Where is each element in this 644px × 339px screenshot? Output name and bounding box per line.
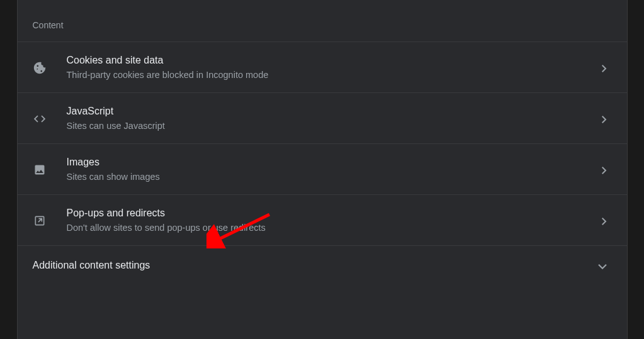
row-additional-settings[interactable]: Additional content settings (18, 245, 627, 285)
row-subtitle: Don't allow sites to send pop-ups or use… (67, 223, 602, 233)
chevron-right-icon (602, 114, 607, 122)
additional-title: Additional content settings (33, 260, 150, 271)
row-images[interactable]: Images Sites can show images (18, 143, 627, 194)
row-content: Pop-ups and redirects Don't allow sites … (67, 208, 602, 233)
row-subtitle: Third-party cookies are blocked in Incog… (67, 70, 602, 80)
row-title: JavaScript (67, 106, 602, 117)
code-icon (33, 112, 47, 126)
row-title: Pop-ups and redirects (67, 208, 602, 219)
row-content: Cookies and site data Third-party cookie… (67, 55, 602, 80)
row-title: Images (67, 157, 602, 168)
popup-icon (33, 214, 47, 228)
image-icon (33, 163, 47, 177)
row-content: Images Sites can show images (67, 157, 602, 182)
chevron-right-icon (602, 216, 607, 224)
row-subtitle: Sites can show images (67, 172, 602, 182)
row-javascript[interactable]: JavaScript Sites can use Javascript (18, 92, 627, 143)
section-label: Content (18, 0, 627, 42)
row-content: JavaScript Sites can use Javascript (67, 106, 602, 131)
chevron-right-icon (602, 64, 607, 71)
cookie-icon (33, 61, 47, 75)
settings-panel: Content Cookies and site data Third-part… (17, 0, 628, 339)
row-popups[interactable]: Pop-ups and redirects Don't allow sites … (18, 194, 627, 245)
chevron-right-icon (602, 165, 607, 173)
row-subtitle: Sites can use Javascript (67, 121, 602, 131)
row-cookies[interactable]: Cookies and site data Third-party cookie… (18, 42, 627, 92)
row-title: Cookies and site data (67, 55, 602, 66)
chevron-down-icon (598, 261, 607, 270)
